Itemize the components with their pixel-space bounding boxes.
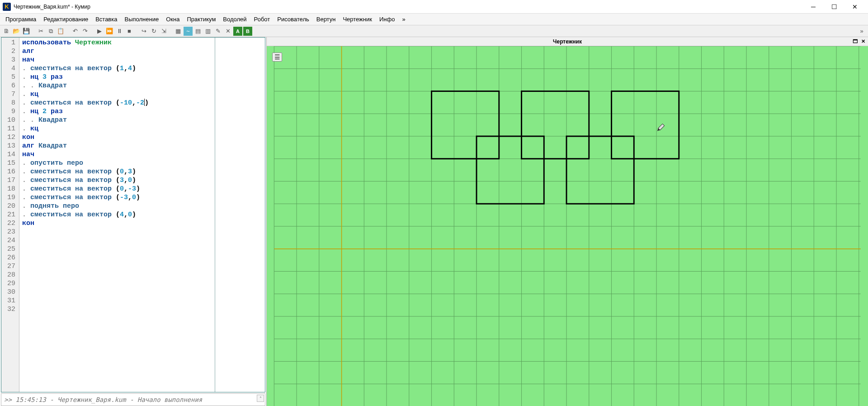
performer-green2-icon[interactable]: B — [243, 27, 252, 36]
svg-rect-52 — [658, 124, 665, 130]
code-line: . . Квадрат — [22, 81, 212, 90]
window-controls: ─ ☐ ✕ — [803, 0, 865, 14]
svg-rect-48 — [522, 91, 589, 158]
code-line: . сместиться на вектор (1,4) — [22, 64, 212, 73]
menu-item[interactable]: Редактирование — [40, 14, 92, 24]
menu-item[interactable]: Программа — [2, 14, 40, 24]
menu-item[interactable]: Робот — [250, 14, 274, 24]
svg-rect-47 — [432, 91, 499, 158]
code-line: нач — [22, 56, 212, 64]
svg-rect-49 — [612, 91, 679, 158]
menu-item[interactable]: Вертун — [313, 14, 340, 24]
editor-margin — [215, 38, 265, 392]
console-line: >> 15:45:13 - Чертежник_Варя.kum - Начал… — [4, 396, 202, 403]
titlebar: K Чертежник_Варя.kum* - Кумир ─ ☐ ✕ — [0, 0, 868, 14]
code-line: кон — [22, 219, 212, 228]
stop-icon[interactable]: ■ — [125, 27, 134, 36]
open-file-icon[interactable]: 📂 — [12, 27, 21, 36]
performer-x-icon[interactable]: ✕ — [223, 27, 232, 36]
code-line: кон — [22, 133, 212, 142]
code-line: . поднять перо — [22, 202, 212, 210]
expand-panel-icon[interactable]: » — [857, 27, 866, 36]
code-line: . опустить перо — [22, 159, 212, 167]
minimize-button[interactable]: ─ — [803, 0, 824, 14]
paste-icon[interactable]: 📋 — [56, 27, 65, 36]
redo-icon[interactable]: ↷ — [80, 27, 90, 36]
drawing-canvas[interactable]: ☰ — [267, 46, 868, 406]
performer-vodoley-icon[interactable]: ~ — [184, 27, 193, 36]
code-line: . сместиться на вектор (0,3) — [22, 167, 212, 176]
menu-item[interactable]: Выполнение — [121, 14, 162, 24]
menu-item[interactable]: Рисователь — [274, 14, 312, 24]
toolbar: 🗎 📂 💾 ✂ ⧉ 📋 ↶ ↷ ▶ ⏩ ⏸ ■ ↪ ↻ ⇲ ▦ ~ ▤ ▥ ✎ … — [0, 25, 868, 37]
canvas-maximize-icon[interactable]: 🗖 — [852, 38, 858, 44]
close-button[interactable]: ✕ — [844, 0, 865, 14]
performer-grid2-icon[interactable]: ▥ — [203, 27, 212, 36]
code-line: . сместиться на вектор (0,-3) — [22, 185, 212, 193]
code-area[interactable]: использовать Чертежникалгнач. сместиться… — [19, 38, 215, 392]
cut-icon[interactable]: ✂ — [36, 27, 45, 36]
code-line: алг — [22, 47, 212, 56]
canvas-title: Чертежник — [553, 38, 582, 45]
code-line: . сместиться на вектор (-10,-2) — [22, 99, 212, 107]
menu-item[interactable]: Чертежник — [339, 14, 376, 24]
grid-svg — [267, 46, 868, 406]
menu-item[interactable]: Практикум — [183, 14, 219, 24]
menubar: ПрограммаРедактированиеВставкаВыполнение… — [0, 14, 868, 25]
code-line: . кц — [22, 124, 212, 133]
app-icon: K — [3, 3, 11, 11]
canvas-close-icon[interactable]: ✕ — [860, 38, 866, 44]
menu-item[interactable]: Окна — [162, 14, 183, 24]
performer-robot-icon[interactable]: ▦ — [174, 27, 183, 36]
code-editor[interactable]: 1234567891011121314151617181920212223242… — [1, 37, 265, 392]
code-line: использовать Чертежник — [22, 38, 212, 47]
performer-draw-icon[interactable]: ✎ — [213, 27, 222, 36]
line-gutter: 1234567891011121314151617181920212223242… — [1, 38, 19, 392]
console-scroll-up-icon[interactable]: ˄ — [257, 395, 264, 402]
code-line: . сместиться на вектор (4,0) — [22, 210, 212, 219]
performer-grid1-icon[interactable]: ▤ — [193, 27, 203, 36]
code-line: . нц 2 раз — [22, 107, 212, 116]
menu-item[interactable]: Водолей — [219, 14, 250, 24]
run-fast-icon[interactable]: ⏩ — [105, 27, 114, 36]
menu-item[interactable]: » — [398, 14, 409, 24]
step-into-icon[interactable]: ⇲ — [159, 27, 168, 36]
run-icon[interactable]: ▶ — [95, 27, 104, 36]
code-line: . сместиться на вектор (3,0) — [22, 176, 212, 185]
svg-rect-51 — [566, 136, 634, 204]
code-line: . . Квадрат — [22, 116, 212, 124]
code-line: алг Квадрат — [22, 142, 212, 150]
step-over-icon[interactable]: ↻ — [149, 27, 158, 36]
menu-item[interactable]: Вставка — [92, 14, 121, 24]
window-title: Чертежник_Варя.kum* - Кумир — [14, 4, 803, 10]
code-line: . кц — [22, 90, 212, 99]
new-file-icon[interactable]: 🗎 — [2, 27, 11, 36]
canvas-menu-icon[interactable]: ☰ — [272, 53, 282, 62]
maximize-button[interactable]: ☐ — [824, 0, 844, 14]
save-file-icon[interactable]: 💾 — [22, 27, 31, 36]
menu-item[interactable]: Инфо — [376, 14, 398, 24]
code-line: нач — [22, 150, 212, 159]
output-console[interactable]: >> 15:45:13 - Чертежник_Варя.kum - Начал… — [1, 393, 265, 406]
step-icon[interactable]: ↪ — [139, 27, 148, 36]
undo-icon[interactable]: ↶ — [71, 27, 80, 36]
svg-rect-50 — [476, 136, 544, 204]
copy-icon[interactable]: ⧉ — [46, 27, 55, 36]
code-line: . нц 3 раз — [22, 73, 212, 81]
performer-green1-icon[interactable]: A — [233, 27, 242, 36]
canvas-titlebar: Чертежник 🗖 ✕ — [267, 37, 868, 46]
code-line: . сместиться на вектор (-3,0) — [22, 193, 212, 202]
pause-icon[interactable]: ⏸ — [115, 27, 124, 36]
